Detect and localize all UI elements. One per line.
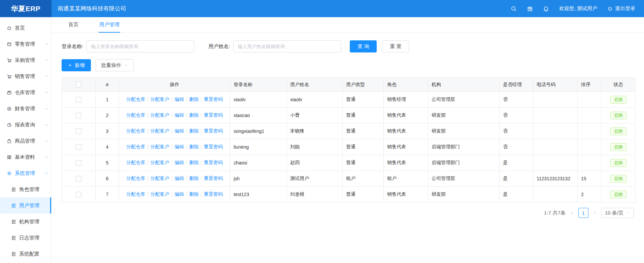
- assign-warehouse-link[interactable]: 分配仓库: [126, 128, 145, 134]
- user-name-input[interactable]: [233, 40, 341, 52]
- cell-login: test123: [230, 187, 287, 202]
- sidebar-item-finance[interactable]: 财务管理: [0, 101, 51, 117]
- sidebar-item-user-management[interactable]: 用户管理: [0, 197, 51, 214]
- sidebar-item-purchase[interactable]: 采购管理: [0, 52, 51, 68]
- assign-customer-link[interactable]: 分配客户: [150, 112, 169, 118]
- edit-link[interactable]: 编辑: [175, 191, 184, 197]
- assign-warehouse-link[interactable]: 分配仓库: [126, 191, 145, 197]
- sidebar-item-home[interactable]: 首页: [0, 20, 51, 36]
- edit-link[interactable]: 编辑: [175, 128, 184, 134]
- delete-link[interactable]: 删除: [189, 128, 199, 134]
- cell-manager: 是: [500, 155, 533, 171]
- cell-manager: 是: [500, 187, 533, 202]
- row-checkbox[interactable]: [76, 97, 81, 103]
- row-checkbox[interactable]: [76, 128, 81, 134]
- reset-password-link[interactable]: 重置密码: [204, 160, 223, 165]
- sidebar-item-goods[interactable]: 商品管理: [0, 133, 51, 149]
- sidebar-item-report[interactable]: 报表查询: [0, 117, 51, 133]
- assign-warehouse-link[interactable]: 分配仓库: [126, 112, 145, 118]
- assign-warehouse-link[interactable]: 分配仓库: [126, 176, 145, 181]
- pie-icon: [7, 122, 12, 127]
- sidebar-item-warehouse[interactable]: 仓库管理: [0, 84, 51, 101]
- tab-home[interactable]: 首页: [68, 17, 79, 33]
- assign-customer-link[interactable]: 分配客户: [150, 144, 169, 149]
- assign-warehouse-link[interactable]: 分配仓库: [126, 144, 145, 149]
- cart-icon: [7, 74, 12, 79]
- delete-link[interactable]: 删除: [189, 144, 199, 149]
- row-checkbox[interactable]: [76, 160, 81, 166]
- bell-icon[interactable]: [543, 6, 549, 12]
- page-size-select[interactable]: 10 条/页: [601, 208, 634, 218]
- sidebar-item-basedata[interactable]: 基本资料: [0, 149, 51, 165]
- reset-password-link[interactable]: 重置密码: [204, 176, 223, 181]
- edit-link[interactable]: 编辑: [175, 144, 184, 149]
- reset-button[interactable]: 重 置: [382, 40, 409, 52]
- grid-icon: [7, 155, 12, 160]
- cell-login: jsh: [230, 171, 287, 187]
- reset-password-link[interactable]: 重置密码: [204, 144, 223, 149]
- column-header: 用户类型: [343, 78, 384, 92]
- logout-button[interactable]: 退出登录: [607, 5, 635, 12]
- action-separator: |: [171, 128, 173, 134]
- cell-login: zhaosi: [230, 155, 287, 171]
- reset-password-link[interactable]: 重置密码: [204, 97, 223, 102]
- delete-link[interactable]: 删除: [189, 97, 199, 102]
- tab-bar: 首页用户管理: [52, 17, 644, 33]
- search-button[interactable]: 查 询: [350, 40, 377, 52]
- column-header: 机构: [428, 78, 500, 92]
- delete-link[interactable]: 删除: [189, 176, 199, 181]
- sidebar-item-label: 角色管理: [19, 186, 39, 193]
- cell-sort: [578, 123, 601, 139]
- batch-operations-button[interactable]: 批量操作: [96, 59, 134, 71]
- delete-link[interactable]: 删除: [189, 191, 199, 197]
- assign-customer-link[interactable]: 分配客户: [150, 97, 169, 102]
- assign-warehouse-link[interactable]: 分配仓库: [126, 160, 145, 165]
- sidebar-item-sales[interactable]: 销售管理: [0, 68, 51, 84]
- sidebar-item-system[interactable]: 系统管理: [0, 165, 51, 181]
- edit-link[interactable]: 编辑: [175, 112, 184, 118]
- sidebar-item-role-management[interactable]: 角色管理: [0, 181, 51, 197]
- action-separator: |: [186, 191, 188, 197]
- reset-password-link[interactable]: 重置密码: [204, 128, 223, 134]
- reset-password-link[interactable]: 重置密码: [204, 191, 223, 197]
- row-checkbox[interactable]: [76, 192, 81, 197]
- assign-customer-link[interactable]: 分配客户: [150, 176, 169, 181]
- sidebar-item-org-management[interactable]: 机构管理: [0, 214, 51, 230]
- row-index: 3: [96, 123, 119, 139]
- table-row: 7分配仓库|分配客户|编辑|删除|重置密码test123刘老根普通销售代表研发部…: [62, 187, 636, 202]
- chevron-down-icon: [44, 139, 48, 143]
- delete-link[interactable]: 删除: [189, 160, 199, 165]
- assign-customer-link[interactable]: 分配客户: [150, 191, 169, 197]
- row-checkbox[interactable]: [76, 176, 81, 182]
- sidebar-item-retail[interactable]: 零售管理: [0, 36, 51, 52]
- row-checkbox[interactable]: [76, 144, 81, 150]
- row-select-cell: [62, 123, 96, 139]
- assign-customer-link[interactable]: 分配客户: [150, 128, 169, 134]
- sidebar-item-system-config[interactable]: 系统配置: [0, 246, 51, 262]
- assign-warehouse-link[interactable]: 分配仓库: [126, 97, 145, 102]
- login-name-input[interactable]: [87, 40, 194, 52]
- tab-user-management[interactable]: 用户管理: [99, 17, 120, 33]
- reset-password-link[interactable]: 重置密码: [204, 112, 223, 118]
- sidebar-item-log-management[interactable]: 日志管理: [0, 230, 51, 246]
- action-separator: |: [171, 112, 173, 118]
- edit-link[interactable]: 编辑: [175, 160, 184, 165]
- cell-role: 销售代表: [384, 155, 428, 171]
- prev-page-button[interactable]: [570, 211, 574, 215]
- table-row: 3分配仓库|分配客户|编辑|删除|重置密码songxiaofeng1宋晓锋普通销…: [62, 123, 636, 139]
- edit-link[interactable]: 编辑: [175, 97, 184, 102]
- row-index: 7: [96, 187, 119, 202]
- delete-link[interactable]: 删除: [189, 112, 199, 118]
- assign-customer-link[interactable]: 分配客户: [150, 160, 169, 165]
- page-number-button[interactable]: 1: [578, 208, 588, 218]
- next-page-button[interactable]: [592, 211, 597, 215]
- edit-link[interactable]: 编辑: [175, 176, 184, 181]
- search-icon[interactable]: [511, 6, 517, 12]
- status-badge: 启用: [610, 127, 626, 135]
- select-all-checkbox[interactable]: [76, 82, 81, 87]
- cell-role: 销售代表: [384, 123, 428, 139]
- row-checkbox[interactable]: [76, 113, 81, 118]
- app-logo: 华夏ERP: [0, 0, 52, 17]
- platform-icon[interactable]: [527, 6, 533, 12]
- add-button[interactable]: 新增: [62, 59, 91, 71]
